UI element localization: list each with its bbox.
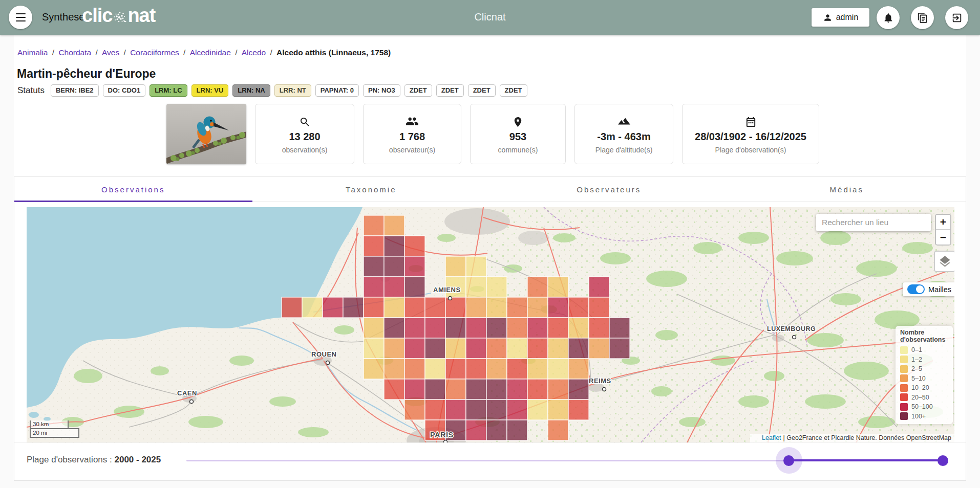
layers-control[interactable]: [934, 251, 954, 272]
zoom-out-button[interactable]: −: [936, 230, 950, 245]
tab-medias[interactable]: Médias: [728, 177, 966, 202]
maille-cell[interactable]: [507, 318, 527, 338]
maille-cell[interactable]: [486, 359, 507, 379]
maille-cell[interactable]: [548, 277, 568, 297]
maille-cell[interactable]: [384, 379, 404, 400]
breadcrumb-link[interactable]: Alcedinidae: [190, 48, 231, 57]
maille-cell[interactable]: [404, 359, 425, 379]
maille-cell[interactable]: [384, 338, 404, 359]
maille-cell[interactable]: [568, 338, 589, 359]
maille-cell[interactable]: [404, 256, 425, 277]
maille-cell[interactable]: [445, 338, 466, 359]
maille-cell[interactable]: [527, 277, 548, 297]
search-input[interactable]: [816, 214, 931, 231]
maille-cell[interactable]: [568, 400, 589, 420]
maille-cell[interactable]: [527, 338, 548, 359]
maille-cell[interactable]: [609, 318, 630, 338]
maille-cell[interactable]: [384, 256, 404, 277]
maille-cell[interactable]: [548, 420, 568, 440]
maille-cell[interactable]: [466, 277, 486, 297]
maille-cell[interactable]: [527, 297, 548, 318]
maille-cell[interactable]: [384, 359, 404, 379]
maille-cell[interactable]: [445, 297, 466, 318]
maille-cell[interactable]: [548, 318, 568, 338]
logout-button[interactable]: [945, 6, 968, 29]
maille-cell[interactable]: [364, 215, 384, 236]
maille-cell[interactable]: [507, 379, 527, 400]
maille-cell[interactable]: [466, 420, 486, 440]
maille-cell[interactable]: [548, 379, 568, 400]
maille-cell[interactable]: [445, 256, 466, 277]
zoom-in-button[interactable]: +: [936, 215, 950, 230]
maille-cell[interactable]: [364, 338, 384, 359]
maille-cell[interactable]: [527, 359, 548, 379]
observations-map[interactable]: AMIENSROUENCAENPARISREIMSLUXEMBOURG + − …: [27, 207, 954, 442]
maille-cell[interactable]: [343, 297, 364, 318]
hamburger-menu-button[interactable]: [9, 6, 32, 29]
slider-track[interactable]: [186, 460, 789, 461]
slider-handle-start[interactable]: [783, 455, 794, 466]
mailles-toggle[interactable]: [907, 284, 925, 294]
breadcrumb-link[interactable]: Aves: [102, 48, 119, 57]
documents-button[interactable]: [911, 6, 934, 29]
maille-cell[interactable]: [568, 379, 589, 400]
slider-track-selected[interactable]: [789, 459, 943, 461]
maille-cell[interactable]: [425, 400, 445, 420]
maille-cell[interactable]: [486, 318, 507, 338]
maille-cell[interactable]: [425, 297, 445, 318]
maille-cell[interactable]: [404, 318, 425, 338]
maille-cell[interactable]: [384, 236, 404, 256]
maille-cell[interactable]: [364, 277, 384, 297]
breadcrumb-link[interactable]: Chordata: [58, 48, 91, 57]
tab-observateurs[interactable]: Observateurs: [490, 177, 728, 202]
maille-cell[interactable]: [364, 318, 384, 338]
maille-cell[interactable]: [364, 297, 384, 318]
maille-cell[interactable]: [425, 359, 445, 379]
maille-cell[interactable]: [486, 338, 507, 359]
breadcrumb-link[interactable]: Alcedo: [242, 48, 266, 57]
maille-cell[interactable]: [589, 277, 609, 297]
maille-cell[interactable]: [323, 297, 343, 318]
maille-cell[interactable]: [384, 297, 404, 318]
maille-cell[interactable]: [404, 277, 425, 297]
maille-cell[interactable]: [568, 359, 589, 379]
tab-observations[interactable]: Observations: [14, 177, 252, 202]
maille-cell[interactable]: [384, 277, 404, 297]
breadcrumb-link[interactable]: Coraciiformes: [130, 48, 179, 57]
maille-cell[interactable]: [466, 338, 486, 359]
maille-cell[interactable]: [404, 236, 425, 256]
maille-cell[interactable]: [404, 338, 425, 359]
maille-cell[interactable]: [527, 318, 548, 338]
slider-handle-end[interactable]: [938, 455, 948, 466]
maille-cell[interactable]: [466, 359, 486, 379]
maille-cell[interactable]: [302, 297, 323, 318]
maille-cell[interactable]: [445, 359, 466, 379]
maille-cell[interactable]: [466, 318, 486, 338]
maille-cell[interactable]: [507, 297, 527, 318]
maille-cell[interactable]: [364, 359, 384, 379]
maille-cell[interactable]: [282, 297, 302, 318]
maille-cell[interactable]: [486, 277, 507, 297]
maille-cell[interactable]: [486, 400, 507, 420]
maille-cell[interactable]: [589, 338, 609, 359]
maille-cell[interactable]: [548, 338, 568, 359]
maille-cell[interactable]: [445, 318, 466, 338]
maille-cell[interactable]: [609, 338, 630, 359]
maille-cell[interactable]: [466, 400, 486, 420]
maille-cell[interactable]: [384, 215, 404, 236]
maille-cell[interactable]: [466, 256, 486, 277]
maille-cell[interactable]: [404, 297, 425, 318]
maille-cell[interactable]: [425, 338, 445, 359]
maille-cell[interactable]: [466, 297, 486, 318]
maille-cell[interactable]: [404, 400, 425, 420]
maille-cell[interactable]: [486, 420, 507, 440]
maille-cell[interactable]: [384, 318, 404, 338]
maille-cell[interactable]: [548, 359, 568, 379]
maille-cell[interactable]: [507, 420, 527, 440]
maille-cell[interactable]: [507, 359, 527, 379]
maille-cell[interactable]: [425, 318, 445, 338]
user-menu-button[interactable]: admin: [812, 8, 869, 27]
maille-cell[interactable]: [404, 379, 425, 400]
maille-cell[interactable]: [364, 236, 384, 256]
leaflet-link[interactable]: Leaflet: [762, 434, 781, 441]
